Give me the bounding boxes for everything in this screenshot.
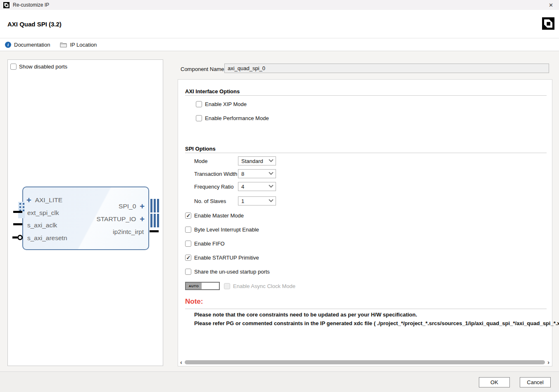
byte-level-interrupt-enable-checkbox[interactable] <box>185 227 191 233</box>
no-of-slaves-select[interactable]: 1 <box>238 196 276 205</box>
divider <box>185 153 547 153</box>
transaction-width-label: Transaction Width <box>194 171 237 177</box>
note-heading: Note: <box>185 298 203 306</box>
close-icon[interactable]: ✕ <box>547 1 555 9</box>
pin-stub-s-axi-aresetn <box>12 236 17 239</box>
select-value: Standard <box>241 158 263 164</box>
expand-interface-icon[interactable]: + <box>140 203 145 209</box>
cancel-button[interactable]: Cancel <box>520 377 551 387</box>
checkbox-label: Byte Level Interrupt Enable <box>194 227 259 233</box>
port-label: SPI_0 <box>119 203 136 210</box>
expand-interface-icon[interactable]: + <box>140 216 145 222</box>
bus-bars-startup-io-icon <box>150 214 159 227</box>
component-name-input[interactable] <box>224 64 549 73</box>
port-label: AXI_LITE <box>35 196 62 204</box>
show-disabled-ports-checkbox[interactable] <box>10 64 17 70</box>
checkbox-label: Enable Performance Mode <box>205 115 269 121</box>
ip-location-label: IP Location <box>70 42 97 48</box>
checkbox-label: Enable STARTUP Primitive <box>194 255 259 261</box>
checkbox-label: Enable Master Mode <box>194 213 244 219</box>
divider <box>185 309 547 309</box>
chevron-down-icon <box>269 170 273 175</box>
ip-location-button[interactable]: IP Location <box>60 42 97 48</box>
enable-master-mode-checkbox[interactable] <box>185 213 191 219</box>
port-label: s_axi_aclk <box>27 222 57 229</box>
scroll-left-arrow[interactable]: ‹ <box>180 360 182 365</box>
transaction-width-select[interactable]: 8 <box>238 169 276 178</box>
auto-toggle[interactable]: AUTO <box>185 282 220 290</box>
enable-xip-mode-checkbox[interactable] <box>196 101 202 107</box>
dialog-header: AXI Quad SPI (3.2) <box>0 10 559 38</box>
pin-stub-ip2intc-irpt <box>150 230 159 232</box>
window-title: Re-customize IP <box>13 2 49 8</box>
note-line: Please refer PG or commented constraints… <box>194 320 559 326</box>
show-disabled-ports-label: Show disabled ports <box>19 64 67 70</box>
documentation-button[interactable]: i Documentation <box>5 42 50 48</box>
bus-interface-icon <box>18 202 25 218</box>
spi-options-heading: SPI Options <box>185 146 216 152</box>
pin-stub-s-axi-aclk <box>13 223 22 225</box>
expand-interface-icon[interactable]: + <box>26 197 31 203</box>
enable-startup-primitive-checkbox[interactable] <box>185 255 191 261</box>
select-value: 1 <box>241 198 244 204</box>
component-name-label: Component Name <box>181 66 224 72</box>
divider <box>185 95 547 96</box>
checkbox-label: Enable FIFO <box>194 241 225 247</box>
documentation-label: Documentation <box>14 42 50 48</box>
ip-block: + AXI_LITE ext_spi_clk s_axi_aclk s_axi_… <box>22 187 149 250</box>
info-icon: i <box>5 42 11 48</box>
xilinx-logo-icon <box>542 17 554 30</box>
scroll-right-arrow[interactable]: › <box>547 360 549 365</box>
enable-async-clock-mode-checkbox <box>224 283 230 289</box>
ok-button[interactable]: OK <box>479 377 510 387</box>
checkbox-label: Share the un-used startup ports <box>194 269 270 275</box>
mode-label: Mode <box>194 158 208 164</box>
reset-ring-icon <box>17 235 23 240</box>
enable-fifo-checkbox[interactable] <box>185 241 191 247</box>
note-line: Please note that the core constraints ne… <box>194 312 417 318</box>
options-scroll-area: AXI Interface Options Enable XIP Mode En… <box>178 79 552 366</box>
horizontal-scrollbar-thumb[interactable] <box>185 360 545 364</box>
toolbar: i Documentation IP Location <box>0 38 559 51</box>
port-label: s_axi_aresetn <box>27 234 67 242</box>
title-bar: Re-customize IP ✕ <box>0 0 559 10</box>
pin-stub-ext-spi-clk <box>13 211 22 213</box>
bus-bars-spi0-icon <box>150 199 159 213</box>
chevron-down-icon <box>269 198 273 202</box>
mode-select[interactable]: Standard <box>238 156 276 165</box>
recustomize-ip-dialog: Re-customize IP ✕ AXI Quad SPI (3.2) i D… <box>0 0 559 392</box>
ip-title: AXI Quad SPI (3.2) <box>7 21 62 28</box>
folder-icon <box>60 42 67 47</box>
select-value: 4 <box>241 184 244 190</box>
enable-performance-mode-checkbox[interactable] <box>196 115 202 121</box>
port-label: ext_spi_clk <box>27 209 59 217</box>
xilinx-logo-icon <box>3 2 10 8</box>
auto-toggle-label: AUTO <box>186 283 202 289</box>
footer-bar: OK Cancel <box>0 371 559 392</box>
checkbox-label: Enable Async Clock Mode <box>233 283 295 289</box>
chevron-down-icon <box>269 183 273 188</box>
port-label: ip2intc_irpt <box>113 228 144 236</box>
axi-options-heading: AXI Interface Options <box>185 88 240 94</box>
frequency-ratio-label: Frequency Ratio <box>194 184 233 190</box>
checkbox-label: Enable XIP Mode <box>205 101 247 107</box>
chevron-down-icon <box>269 158 273 162</box>
select-value: 8 <box>241 171 244 177</box>
frequency-ratio-select[interactable]: 4 <box>238 182 276 191</box>
share-unused-startup-ports-checkbox[interactable] <box>185 269 191 275</box>
port-label: STARTUP_IO <box>96 215 136 223</box>
no-of-slaves-label: No. of Slaves <box>194 198 226 204</box>
